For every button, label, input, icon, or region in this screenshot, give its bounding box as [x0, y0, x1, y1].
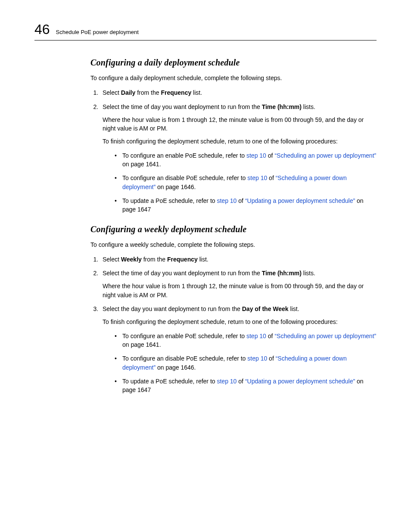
bullet-text: To update a PoE schedule, refer to — [122, 378, 217, 385]
bullet-item: To update a PoE schedule, refer to step … — [115, 196, 377, 214]
cross-reference-link[interactable]: “Scheduling an power up deployment” — [274, 152, 376, 159]
chapter-title: Schedule PoE power deployment — [56, 29, 139, 35]
section-heading-weekly: Configuring a weekly deployment schedule — [90, 224, 377, 234]
bullet-text: of — [237, 378, 245, 385]
step-text: lists. — [302, 103, 315, 110]
sub-paragraph: Where the hour value is from 1 through 1… — [103, 282, 377, 299]
cross-reference-link[interactable]: “Scheduling an power up deployment” — [274, 333, 376, 339]
bullet-list: To configure an enable PoE schedule, ref… — [103, 332, 377, 395]
emphasis: Time (hh:mm) — [262, 270, 302, 277]
step-text: Select the day you want deployment to ru… — [103, 305, 242, 312]
section-heading-daily: Configuring a daily deployment schedule — [90, 58, 377, 68]
emphasis: Day of the Week — [242, 305, 289, 312]
chapter-number: 46 — [34, 22, 50, 37]
steps-list: Select Weekly from the Frequency list. S… — [90, 255, 377, 395]
step-item: Select the day you want deployment to ru… — [100, 305, 377, 394]
bullet-text: of — [267, 355, 275, 362]
step-item: Select the time of day you want deployme… — [100, 269, 377, 299]
bullet-text: To configure an enable PoE schedule, ref… — [122, 333, 246, 339]
step-text: list. — [191, 89, 202, 96]
step-text: list. — [198, 256, 209, 263]
cross-reference-link[interactable]: step 10 — [217, 197, 237, 204]
emphasis: Weekly — [121, 256, 142, 263]
step-text: from the — [135, 89, 161, 96]
section-intro: To configure a daily deployment schedule… — [90, 74, 377, 82]
step-item: Select Daily from the Frequency list. — [100, 88, 377, 97]
emphasis: Time (hh:mm) — [262, 103, 302, 110]
step-item: Select Weekly from the Frequency list. — [100, 255, 377, 264]
emphasis: Frequency — [167, 256, 198, 263]
document-page: 46 Schedule PoE power deployment Configu… — [0, 0, 411, 425]
cross-reference-link[interactable]: step 10 — [246, 152, 266, 159]
emphasis: Daily — [121, 89, 135, 96]
cross-reference-link[interactable]: step 10 — [246, 333, 266, 339]
step-text: Select the time of day you want deployme… — [103, 103, 262, 110]
content-body: Configuring a daily deployment schedule … — [90, 58, 377, 394]
cross-reference-link[interactable]: step 10 — [247, 174, 267, 181]
bullet-text: on page 1641. — [122, 161, 161, 168]
sub-paragraph: To finish configuring the deployment sch… — [103, 317, 377, 326]
bullet-item: To update a PoE schedule, refer to step … — [115, 377, 377, 395]
bullet-text: To configure an enable PoE schedule, ref… — [122, 152, 246, 159]
bullet-text: on page 1641. — [122, 341, 161, 348]
bullet-text: of — [266, 152, 274, 159]
step-text: Select — [103, 89, 121, 96]
sub-paragraph: To finish configuring the deployment sch… — [103, 137, 377, 146]
step-text: Select — [103, 256, 121, 263]
cross-reference-link[interactable]: “Updating a power deployment schedule” — [245, 197, 355, 204]
bullet-text: To update a PoE schedule, refer to — [122, 197, 217, 204]
step-text: from the — [142, 256, 167, 263]
cross-reference-link[interactable]: “Updating a power deployment schedule” — [245, 378, 355, 385]
bullet-item: To configure an enable PoE schedule, ref… — [115, 332, 377, 349]
step-text: Select the time of day you want deployme… — [103, 270, 262, 277]
steps-list: Select Daily from the Frequency list. Se… — [90, 88, 377, 214]
bullet-text: To configure an disable PoE schedule, re… — [122, 174, 247, 181]
step-text: lists. — [302, 270, 315, 277]
bullet-text: of — [237, 197, 245, 204]
bullet-text: of — [266, 333, 274, 339]
bullet-text: of — [267, 174, 275, 181]
bullet-text: on page 1646. — [156, 184, 196, 190]
bullet-item: To configure an disable PoE schedule, re… — [115, 354, 377, 372]
bullet-item: To configure an enable PoE schedule, ref… — [115, 151, 377, 169]
section-intro: To configure a weekly schedule, complete… — [90, 240, 377, 249]
cross-reference-link[interactable]: step 10 — [247, 355, 267, 362]
emphasis: Frequency — [161, 89, 191, 96]
bullet-text: To configure an disable PoE schedule, re… — [122, 355, 247, 362]
bullet-item: To configure an disable PoE schedule, re… — [115, 174, 377, 191]
bullet-text: on page 1646. — [156, 364, 196, 371]
sub-paragraph: Where the hour value is from 1 through 1… — [103, 115, 377, 133]
step-text: list. — [289, 305, 299, 312]
page-header: 46 Schedule PoE power deployment — [34, 22, 377, 40]
step-item: Select the time of day you want deployme… — [100, 103, 377, 214]
cross-reference-link[interactable]: step 10 — [217, 378, 237, 385]
bullet-list: To configure an enable PoE schedule, ref… — [103, 151, 377, 214]
